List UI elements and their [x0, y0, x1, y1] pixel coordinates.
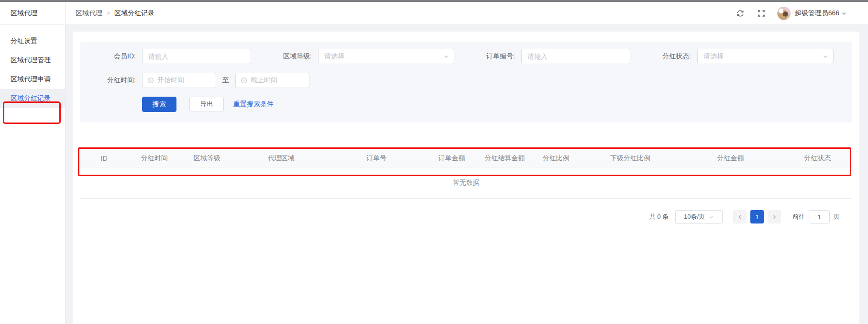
sidebar-menu: 分红设置 区域代理管理 区域代理申请 区域分红记录: [0, 25, 65, 108]
page-unit-label: 页: [834, 212, 840, 221]
filter-buttons-row: 搜索 导出 重置搜索条件: [80, 97, 852, 112]
sidebar-item-region-agent-apply[interactable]: 区域代理申请: [0, 70, 65, 89]
content-background: 会员ID: 区域等级: 请选择 订单编号:: [66, 25, 868, 324]
content-card: 会员ID: 区域等级: 请选择 订单编号:: [73, 32, 859, 324]
page-size-value: 10条/页: [684, 212, 705, 221]
column-header-dividend-status: 分红状态: [783, 154, 852, 163]
sidebar-item-region-agent-manage[interactable]: 区域代理管理: [0, 51, 65, 70]
page-size-select[interactable]: 10条/页: [675, 210, 723, 223]
sidebar-item-label: 分红设置: [11, 37, 37, 45]
dividend-status-label: 分红状态:: [649, 52, 697, 61]
main-column: 区域代理 > 区域分红记录 超级管理员666: [66, 2, 868, 324]
filter-member-id: 会员ID:: [80, 49, 251, 64]
column-header-order-amount: 订单金额: [424, 154, 479, 163]
breadcrumb-separator: >: [107, 10, 110, 17]
filter-row-2: 分红时间: 开始时间 至 截止时间: [80, 73, 852, 88]
sidebar-item-dividend-settings[interactable]: 分红设置: [0, 32, 65, 51]
column-header-sub-dividend-ratio: 下级分红比例: [582, 154, 679, 163]
sidebar-item-label: 区域代理申请: [11, 75, 51, 84]
column-header-dividend-amount: 分红金额: [679, 154, 783, 163]
column-header-id: ID: [80, 155, 129, 162]
breadcrumb: 区域代理 > 区域分红记录: [76, 9, 154, 18]
filter-order-no: 订单编号:: [473, 49, 630, 64]
column-header-order-no: 订单号: [329, 154, 424, 163]
column-header-settle-amount: 分红结算金额: [479, 154, 530, 163]
sidebar-item-region-dividend-records[interactable]: 区域分红记录: [0, 89, 65, 108]
search-button[interactable]: 搜索: [142, 97, 176, 112]
breadcrumb-current: 区域分红记录: [114, 9, 154, 18]
column-header-agent-region: 代理区域: [233, 154, 329, 163]
export-button[interactable]: 导出: [189, 97, 224, 112]
chevron-down-icon: [841, 11, 847, 16]
goto-page: 前往 页: [792, 210, 840, 223]
filter-dividend-status: 分红状态: 请选择: [649, 49, 834, 64]
start-time-input[interactable]: 开始时间: [142, 73, 216, 88]
clock-icon: [241, 77, 247, 84]
pagination-total: 共 0 条: [649, 212, 669, 221]
table-header-row: ID 分红时间 区域等级 代理区域 订单号 订单金额 分红结算金额 分红比例 下…: [80, 149, 852, 168]
select-placeholder: 请选择: [324, 52, 344, 61]
filter-dividend-time: 分红时间: 开始时间 至 截止时间: [80, 73, 309, 88]
filter-region-level: 区域等级: 请选择: [270, 49, 454, 64]
chevron-down-icon: [823, 54, 828, 59]
time-range-separator: 至: [222, 76, 229, 85]
clock-icon: [147, 77, 154, 84]
column-header-dividend-time: 分红时间: [129, 154, 180, 163]
order-no-input[interactable]: [521, 49, 630, 64]
current-page-button[interactable]: 1: [750, 210, 764, 223]
select-placeholder: 请选择: [703, 52, 724, 61]
app-layout: 区域代理 分红设置 区域代理管理 区域代理申请 区域分红记录 区域代理 > 区域…: [0, 2, 868, 324]
chevron-down-icon: [443, 54, 449, 59]
column-header-dividend-ratio: 分红比例: [530, 154, 582, 163]
empty-state: 暂无数据: [80, 168, 852, 199]
end-time-placeholder: 截止时间: [251, 76, 277, 85]
filter-row-1: 会员ID: 区域等级: 请选择 订单编号:: [80, 49, 852, 64]
dividend-time-label: 分红时间:: [80, 76, 142, 85]
breadcrumb-parent[interactable]: 区域代理: [76, 9, 102, 18]
dividend-status-select[interactable]: 请选择: [697, 49, 834, 64]
empty-state-text: 暂无数据: [453, 179, 480, 187]
start-time-placeholder: 开始时间: [157, 76, 184, 85]
fullscreen-icon[interactable]: [757, 9, 766, 18]
sidebar-item-label: 区域分红记录: [11, 94, 51, 103]
chevron-down-icon: [709, 214, 714, 220]
member-id-label: 会员ID:: [80, 52, 142, 61]
refresh-icon[interactable]: [736, 9, 745, 18]
chevron-left-icon: [737, 214, 743, 220]
prev-page-button[interactable]: [733, 210, 747, 223]
records-table: ID 分红时间 区域等级 代理区域 订单号 订单金额 分红结算金额 分红比例 下…: [80, 149, 852, 199]
chevron-right-icon: [772, 214, 777, 220]
pagination: 共 0 条 10条/页 1 前往 页: [80, 210, 852, 223]
order-no-label: 订单编号:: [473, 52, 521, 61]
goto-label: 前往: [792, 212, 805, 221]
topbar: 区域代理 > 区域分红记录 超级管理员666: [66, 2, 868, 25]
region-level-select[interactable]: 请选择: [318, 49, 454, 64]
member-id-input[interactable]: [142, 49, 251, 64]
topbar-actions: 超级管理员666: [724, 7, 847, 20]
filter-panel: 会员ID: 区域等级: 请选择 订单编号:: [80, 42, 852, 123]
end-time-input[interactable]: 截止时间: [235, 73, 309, 88]
sidebar-title: 区域代理: [0, 2, 65, 25]
region-level-label: 区域等级:: [270, 52, 318, 61]
user-avatar[interactable]: [777, 7, 791, 20]
user-name: 超级管理员666: [795, 9, 839, 18]
goto-page-input[interactable]: [809, 210, 830, 223]
sidebar-item-label: 区域代理管理: [11, 56, 51, 65]
reset-filters-link[interactable]: 重置搜索条件: [233, 100, 274, 109]
user-menu[interactable]: 超级管理员666: [795, 9, 847, 18]
column-header-region-level: 区域等级: [180, 154, 233, 163]
sidebar: 区域代理 分红设置 区域代理管理 区域代理申请 区域分红记录: [0, 2, 66, 324]
next-page-button[interactable]: [768, 210, 781, 223]
